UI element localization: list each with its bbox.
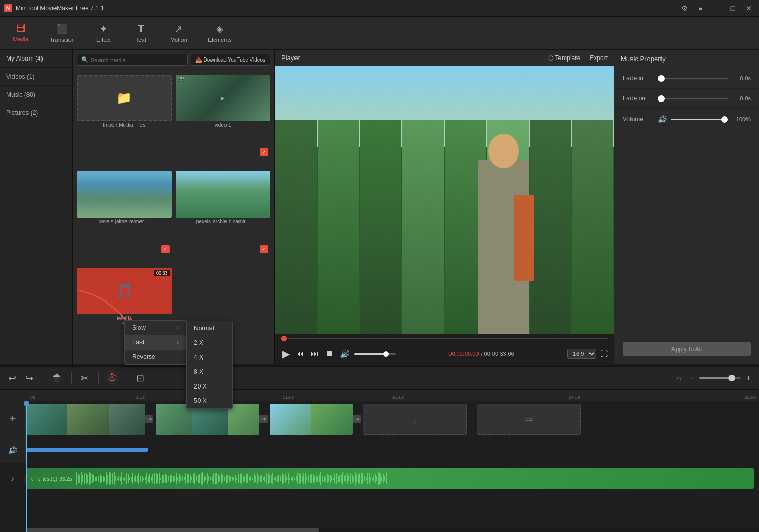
elements-label: Elements <box>208 37 232 43</box>
music-clip-duration: 33.2s <box>59 476 72 482</box>
undo-btn[interactable]: ↩ <box>6 370 18 386</box>
crop-btn[interactable]: ⊡ <box>134 370 146 386</box>
maximize-btn[interactable]: □ <box>728 3 738 13</box>
menu-icon[interactable]: ≡ <box>695 3 706 13</box>
sidebar: My Album (4) Videos (1) Music (80) Pictu… <box>0 50 73 364</box>
player-progress[interactable] <box>275 334 614 343</box>
sidebar-item-pictures[interactable]: Pictures (2) <box>0 104 72 122</box>
transition-1[interactable]: ⇒ <box>145 415 153 423</box>
sidebar-item-videos[interactable]: Videos (1) <box>0 68 72 86</box>
apply-all-btn[interactable]: Apply to All <box>623 342 751 356</box>
video-cam-icon: 🎬 <box>178 77 184 82</box>
download-btn[interactable]: 📥 Download YouTube Videos <box>191 54 270 66</box>
add-video-btn[interactable]: + <box>0 401 26 437</box>
toolbar-text[interactable]: T Text <box>129 21 153 45</box>
progress-bar[interactable] <box>281 338 608 339</box>
fullscreen-btn[interactable]: ⛶ <box>600 350 608 358</box>
download-icon: 📥 <box>195 57 202 63</box>
jaime-item[interactable]: ✓ pexels-jaime-reimer-... <box>77 171 172 263</box>
delete-btn[interactable]: 🗑 <box>50 370 64 385</box>
fade-in-dot <box>658 75 665 82</box>
speed-context-menu[interactable]: Slow › Fast › Normal 2 X 4 X 8 X 20 X 50… <box>124 320 187 365</box>
import-media-item[interactable]: 📁 Import Media Files <box>77 75 172 167</box>
trees <box>275 120 614 334</box>
ruler-248: 24.8s <box>568 395 580 400</box>
archie-label: pexels-archie-binamir... <box>176 218 271 225</box>
fade-in-slider[interactable] <box>658 78 728 79</box>
fade-out-value: 0.0s <box>732 95 751 102</box>
volume-prop-dot <box>721 116 728 123</box>
toolbar-effect[interactable]: ✦ Effect <box>91 21 116 45</box>
toolbar-elements[interactable]: ◈ Elements <box>204 21 236 45</box>
empty-clip[interactable]: ↓ <box>363 404 467 435</box>
reverse-label: Reverse <box>132 353 156 361</box>
zoom-in-icon: ⏥ <box>674 372 684 384</box>
scrollbar[interactable] <box>26 528 759 532</box>
speed-btn[interactable]: ⏱ <box>106 370 119 385</box>
2x-item[interactable]: 2 X <box>187 336 232 350</box>
archie-item[interactable]: ✓ pexels-archie-binamir... <box>176 171 271 263</box>
zoom-out-btn[interactable]: − <box>687 371 696 385</box>
volume-dot <box>383 351 389 357</box>
import-thumb: 📁 <box>77 75 172 121</box>
music-clip[interactable]: ♫ ♫ test(1) 33.2s <box>26 468 754 489</box>
volume-area: 🔊 <box>339 348 396 360</box>
stop-btn[interactable]: ⏹ <box>324 348 334 360</box>
20x-item[interactable]: 20 X <box>187 379 232 394</box>
volume-prop-slider[interactable] <box>671 119 728 120</box>
sidebar-item-music[interactable]: Music (80) <box>0 86 72 104</box>
toolbar: 🎞 Media ⬛ Transition ✦ Effect T Text ↗ M… <box>0 17 759 50</box>
cut-btn[interactable]: ✂ <box>79 370 91 386</box>
fade-out-slider[interactable] <box>658 98 728 99</box>
video-clip-1[interactable] <box>26 404 145 435</box>
normal-item[interactable]: Normal <box>187 321 232 336</box>
tl-sep-3 <box>98 372 99 384</box>
prev-frame-btn[interactable]: ⏮ <box>295 348 305 360</box>
scrollbar-thumb[interactable] <box>26 528 319 532</box>
50x-item[interactable]: 50 X <box>187 394 232 408</box>
volume-btn[interactable]: 🔊 <box>339 348 351 360</box>
export-btn[interactable]: ↑ Export <box>584 54 608 62</box>
zoom-slider[interactable] <box>699 377 741 379</box>
toolbar-media[interactable]: 🎞 Media <box>8 21 33 45</box>
video-clip-3[interactable] <box>270 404 353 435</box>
reverse-item[interactable]: Reverse <box>125 350 186 364</box>
fade-out-label: Fade out <box>623 95 654 102</box>
playhead[interactable] <box>26 401 27 532</box>
transition-2[interactable]: ⇒ <box>259 415 268 423</box>
next-frame-btn[interactable]: ⏭ <box>310 348 320 360</box>
aspect-select[interactable]: 16:9 9:16 1:1 4:3 <box>567 349 596 359</box>
download-clip[interactable]: ⇒ <box>477 404 581 435</box>
close-btn[interactable]: ✕ <box>742 3 755 13</box>
playhead-dot <box>24 401 29 406</box>
transition-3[interactable]: ⇒ <box>353 415 361 423</box>
redo-btn[interactable]: ↪ <box>23 370 35 386</box>
video1-check: ✓ <box>260 148 268 156</box>
timeline: ↩ ↪ 🗑 ✂ ⏱ ⊡ ⏥ − + 0s 3.6s 11.6s 16.6s 24… <box>0 366 759 532</box>
player-header: Player ⬡ Template ↑ Export <box>275 50 614 66</box>
toolbar-motion[interactable]: ↗ Motion <box>166 21 191 45</box>
search-input[interactable] <box>91 57 183 63</box>
slow-item[interactable]: Slow › <box>125 321 186 335</box>
tl-sep-4 <box>126 372 127 384</box>
8x-item[interactable]: 8 X <box>187 365 232 379</box>
video1-item[interactable]: ▶ 🎬 ✓ video 1 <box>176 75 271 167</box>
music-clip-label: ♫ test(1) <box>37 476 58 482</box>
template-btn[interactable]: ⬡ Template <box>548 54 581 62</box>
volume-slider[interactable] <box>354 353 396 355</box>
toolbar-transition[interactable]: ⬛ Transition <box>46 21 79 45</box>
zoom-in-btn[interactable]: + <box>744 371 753 385</box>
video1-label: video 1 <box>176 121 271 129</box>
titlebar-left: M MiniTool MovieMaker Free 7.1.1 <box>4 4 104 12</box>
sidebar-item-album[interactable]: My Album (4) <box>0 50 72 68</box>
fast-item[interactable]: Fast › Normal 2 X 4 X 8 X 20 X 50 X <box>125 335 186 350</box>
transition-label: Transition <box>50 37 75 43</box>
play-btn[interactable]: ▶ <box>281 347 291 361</box>
music-track-row: ♪ ♫ ♫ test(1) 33.2s <box>0 463 759 494</box>
player-area: Player ⬡ Template ↑ Export <box>275 50 614 364</box>
4x-item[interactable]: 4 X <box>187 350 232 365</box>
fade-out-row: Fade out 0.0s <box>614 89 759 109</box>
settings-icon[interactable]: ⚙ <box>678 3 691 13</box>
titlebar-controls: ⚙ ≡ — □ ✕ <box>678 3 755 13</box>
minimize-btn[interactable]: — <box>710 3 724 13</box>
